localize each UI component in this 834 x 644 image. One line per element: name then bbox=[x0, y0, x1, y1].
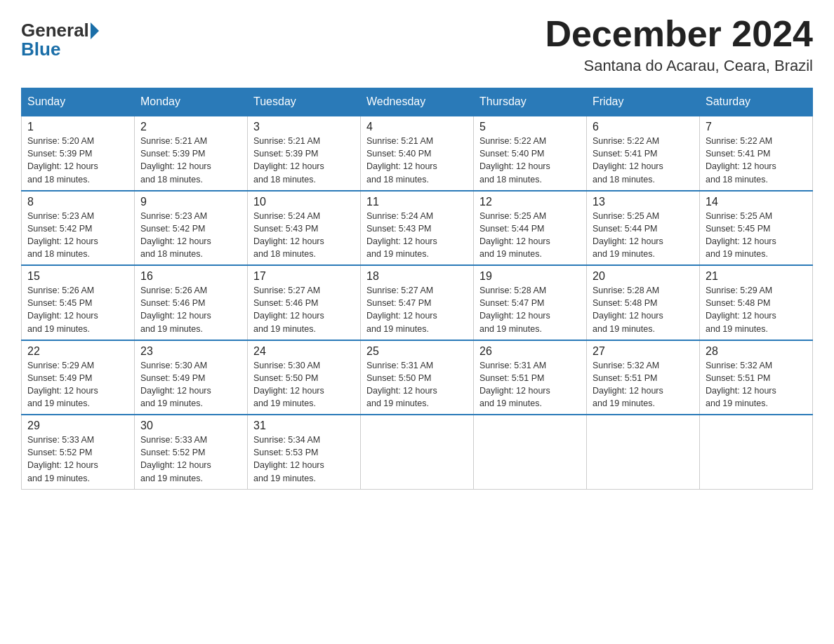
calendar-cell: 17 Sunrise: 5:27 AM Sunset: 5:46 PM Dayl… bbox=[248, 265, 361, 340]
day-number: 18 bbox=[366, 270, 468, 283]
day-info: Sunrise: 5:21 AM Sunset: 5:39 PM Dayligh… bbox=[253, 135, 355, 186]
calendar-cell bbox=[474, 415, 587, 489]
calendar-cell: 12 Sunrise: 5:25 AM Sunset: 5:44 PM Dayl… bbox=[474, 191, 587, 266]
day-number: 6 bbox=[593, 121, 694, 133]
day-info: Sunrise: 5:22 AM Sunset: 5:41 PM Dayligh… bbox=[706, 135, 807, 186]
day-info: Sunrise: 5:23 AM Sunset: 5:42 PM Dayligh… bbox=[27, 210, 128, 261]
day-number: 30 bbox=[140, 420, 241, 432]
location-title: Santana do Acarau, Ceara, Brazil bbox=[545, 57, 813, 75]
day-number: 29 bbox=[27, 420, 128, 432]
title-section: December 2024 Santana do Acarau, Ceara, … bbox=[545, 14, 813, 75]
calendar-cell: 14 Sunrise: 5:25 AM Sunset: 5:45 PM Dayl… bbox=[700, 191, 813, 266]
day-number: 16 bbox=[140, 270, 241, 283]
day-number: 27 bbox=[593, 345, 694, 358]
day-number: 24 bbox=[253, 345, 355, 358]
day-info: Sunrise: 5:25 AM Sunset: 5:44 PM Dayligh… bbox=[593, 210, 694, 261]
calendar-cell: 15 Sunrise: 5:26 AM Sunset: 5:45 PM Dayl… bbox=[22, 265, 135, 340]
calendar-week-row: 29 Sunrise: 5:33 AM Sunset: 5:52 PM Dayl… bbox=[22, 415, 813, 489]
day-info: Sunrise: 5:33 AM Sunset: 5:52 PM Dayligh… bbox=[27, 434, 128, 485]
calendar-cell: 28 Sunrise: 5:32 AM Sunset: 5:51 PM Dayl… bbox=[700, 340, 813, 415]
calendar-cell bbox=[587, 415, 700, 489]
logo-blue-text: Blue bbox=[21, 39, 60, 60]
calendar-header-row: SundayMondayTuesdayWednesdayThursdayFrid… bbox=[22, 88, 813, 116]
day-info: Sunrise: 5:27 AM Sunset: 5:46 PM Dayligh… bbox=[253, 284, 355, 335]
calendar-week-row: 8 Sunrise: 5:23 AM Sunset: 5:42 PM Dayli… bbox=[22, 191, 813, 266]
day-number: 25 bbox=[366, 345, 468, 358]
calendar-table: SundayMondayTuesdayWednesdayThursdayFrid… bbox=[21, 88, 813, 490]
calendar-cell: 26 Sunrise: 5:31 AM Sunset: 5:51 PM Dayl… bbox=[474, 340, 587, 415]
day-number: 10 bbox=[253, 196, 355, 208]
calendar-cell bbox=[700, 415, 813, 489]
day-info: Sunrise: 5:26 AM Sunset: 5:45 PM Dayligh… bbox=[27, 284, 128, 335]
day-number: 4 bbox=[366, 121, 468, 133]
day-number: 23 bbox=[140, 345, 241, 358]
logo-arrow-icon bbox=[91, 22, 99, 39]
day-number: 12 bbox=[479, 196, 581, 208]
day-info: Sunrise: 5:30 AM Sunset: 5:50 PM Dayligh… bbox=[253, 359, 355, 410]
day-number: 15 bbox=[27, 270, 128, 283]
day-info: Sunrise: 5:28 AM Sunset: 5:47 PM Dayligh… bbox=[479, 284, 581, 335]
day-number: 5 bbox=[479, 121, 581, 133]
header-thursday: Thursday bbox=[474, 88, 587, 116]
day-info: Sunrise: 5:20 AM Sunset: 5:39 PM Dayligh… bbox=[27, 135, 128, 186]
day-info: Sunrise: 5:27 AM Sunset: 5:47 PM Dayligh… bbox=[366, 284, 468, 335]
header-wednesday: Wednesday bbox=[361, 88, 474, 116]
calendar-cell: 24 Sunrise: 5:30 AM Sunset: 5:50 PM Dayl… bbox=[248, 340, 361, 415]
calendar-cell bbox=[361, 415, 474, 489]
day-info: Sunrise: 5:29 AM Sunset: 5:48 PM Dayligh… bbox=[706, 284, 807, 335]
header-saturday: Saturday bbox=[700, 88, 813, 116]
calendar-week-row: 15 Sunrise: 5:26 AM Sunset: 5:45 PM Dayl… bbox=[22, 265, 813, 340]
day-number: 28 bbox=[706, 345, 807, 358]
day-info: Sunrise: 5:28 AM Sunset: 5:48 PM Dayligh… bbox=[593, 284, 694, 335]
day-number: 9 bbox=[140, 196, 241, 208]
logo: General Blue bbox=[21, 20, 100, 60]
day-number: 19 bbox=[479, 270, 581, 283]
calendar-cell: 3 Sunrise: 5:21 AM Sunset: 5:39 PM Dayli… bbox=[248, 116, 361, 191]
day-number: 26 bbox=[479, 345, 581, 358]
day-number: 7 bbox=[706, 121, 807, 133]
header-monday: Monday bbox=[135, 88, 248, 116]
header-friday: Friday bbox=[587, 88, 700, 116]
day-info: Sunrise: 5:26 AM Sunset: 5:46 PM Dayligh… bbox=[140, 284, 241, 335]
calendar-cell: 11 Sunrise: 5:24 AM Sunset: 5:43 PM Dayl… bbox=[361, 191, 474, 266]
calendar-cell: 6 Sunrise: 5:22 AM Sunset: 5:41 PM Dayli… bbox=[587, 116, 700, 191]
day-number: 22 bbox=[27, 345, 128, 358]
calendar-cell: 19 Sunrise: 5:28 AM Sunset: 5:47 PM Dayl… bbox=[474, 265, 587, 340]
day-number: 1 bbox=[27, 121, 128, 133]
calendar-cell: 7 Sunrise: 5:22 AM Sunset: 5:41 PM Dayli… bbox=[700, 116, 813, 191]
day-number: 17 bbox=[253, 270, 355, 283]
calendar-cell: 31 Sunrise: 5:34 AM Sunset: 5:53 PM Dayl… bbox=[248, 415, 361, 489]
day-info: Sunrise: 5:25 AM Sunset: 5:44 PM Dayligh… bbox=[479, 210, 581, 261]
calendar-cell: 30 Sunrise: 5:33 AM Sunset: 5:52 PM Dayl… bbox=[135, 415, 248, 489]
calendar-cell: 2 Sunrise: 5:21 AM Sunset: 5:39 PM Dayli… bbox=[135, 116, 248, 191]
calendar-cell: 18 Sunrise: 5:27 AM Sunset: 5:47 PM Dayl… bbox=[361, 265, 474, 340]
calendar-cell: 25 Sunrise: 5:31 AM Sunset: 5:50 PM Dayl… bbox=[361, 340, 474, 415]
day-info: Sunrise: 5:32 AM Sunset: 5:51 PM Dayligh… bbox=[706, 359, 807, 410]
day-info: Sunrise: 5:21 AM Sunset: 5:39 PM Dayligh… bbox=[140, 135, 241, 186]
day-info: Sunrise: 5:22 AM Sunset: 5:40 PM Dayligh… bbox=[479, 135, 581, 186]
calendar-week-row: 22 Sunrise: 5:29 AM Sunset: 5:49 PM Dayl… bbox=[22, 340, 813, 415]
calendar-cell: 27 Sunrise: 5:32 AM Sunset: 5:51 PM Dayl… bbox=[587, 340, 700, 415]
day-info: Sunrise: 5:29 AM Sunset: 5:49 PM Dayligh… bbox=[27, 359, 128, 410]
day-number: 13 bbox=[593, 196, 694, 208]
day-number: 3 bbox=[253, 121, 355, 133]
calendar-cell: 16 Sunrise: 5:26 AM Sunset: 5:46 PM Dayl… bbox=[135, 265, 248, 340]
calendar-cell: 29 Sunrise: 5:33 AM Sunset: 5:52 PM Dayl… bbox=[22, 415, 135, 489]
day-info: Sunrise: 5:24 AM Sunset: 5:43 PM Dayligh… bbox=[366, 210, 468, 261]
day-info: Sunrise: 5:24 AM Sunset: 5:43 PM Dayligh… bbox=[253, 210, 355, 261]
day-number: 31 bbox=[253, 420, 355, 432]
day-info: Sunrise: 5:33 AM Sunset: 5:52 PM Dayligh… bbox=[140, 434, 241, 485]
day-number: 11 bbox=[366, 196, 468, 208]
calendar-cell: 20 Sunrise: 5:28 AM Sunset: 5:48 PM Dayl… bbox=[587, 265, 700, 340]
day-info: Sunrise: 5:31 AM Sunset: 5:50 PM Dayligh… bbox=[366, 359, 468, 410]
day-info: Sunrise: 5:31 AM Sunset: 5:51 PM Dayligh… bbox=[479, 359, 581, 410]
day-info: Sunrise: 5:23 AM Sunset: 5:42 PM Dayligh… bbox=[140, 210, 241, 261]
day-number: 14 bbox=[706, 196, 807, 208]
calendar-cell: 22 Sunrise: 5:29 AM Sunset: 5:49 PM Dayl… bbox=[22, 340, 135, 415]
day-number: 21 bbox=[706, 270, 807, 283]
day-number: 8 bbox=[27, 196, 128, 208]
day-number: 20 bbox=[593, 270, 694, 283]
calendar-cell: 8 Sunrise: 5:23 AM Sunset: 5:42 PM Dayli… bbox=[22, 191, 135, 266]
calendar-cell: 10 Sunrise: 5:24 AM Sunset: 5:43 PM Dayl… bbox=[248, 191, 361, 266]
day-info: Sunrise: 5:30 AM Sunset: 5:49 PM Dayligh… bbox=[140, 359, 241, 410]
